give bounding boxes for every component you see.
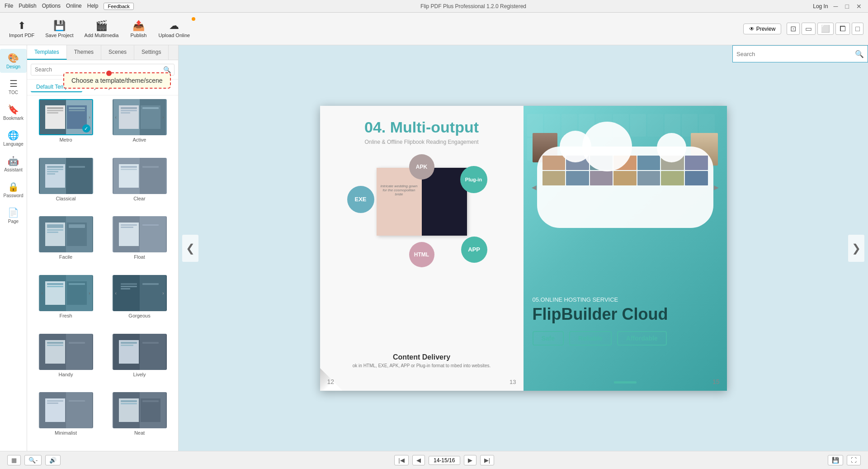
template-thumb-classical[interactable] <box>39 158 93 194</box>
page-input[interactable] <box>429 456 460 465</box>
import-pdf-label: Import PDF <box>9 33 34 38</box>
main-layout: 🎨 Design ☰ TOC 🔖 Bookmark 🌐 Language 🤖 A… <box>0 45 868 451</box>
template-thumb-lively[interactable] <box>113 334 167 370</box>
view-single-button[interactable]: ▭ <box>802 23 816 35</box>
template-thumb-metro[interactable]: ✓ ‹ › <box>39 99 93 135</box>
template-thumb-clear[interactable] <box>113 158 167 194</box>
page-num-right: 15 <box>712 378 720 385</box>
template-thumb-handy[interactable] <box>39 334 93 370</box>
go-first-button[interactable]: |◀ <box>394 455 408 465</box>
preview-button[interactable]: 👁 Preview <box>743 24 782 34</box>
template-name-active: Active <box>133 137 146 142</box>
template-thumb-active[interactable]: ‹ › <box>113 99 167 135</box>
save-project-label: Save Project <box>45 33 73 38</box>
book-inner-caption: Intricate wedding gown for the cosmopoli… <box>377 181 422 199</box>
tab-settings[interactable]: Settings <box>134 45 169 60</box>
right-search-bar: 🔍 <box>732 45 868 62</box>
zoom-out-button[interactable]: 🔍- <box>24 455 42 465</box>
add-multimedia-button[interactable]: 🎬 Add Multimedia <box>80 18 123 40</box>
template-name-clear: Clear <box>133 196 145 201</box>
template-thumb-minimalist[interactable] <box>39 392 93 428</box>
nav-bookmark[interactable]: 🔖 Bookmark <box>0 100 27 124</box>
search-icon[interactable]: 🔍 <box>855 50 864 58</box>
nav-password[interactable]: 🔒 Password <box>0 178 27 202</box>
save-status-button[interactable]: 💾 <box>828 455 843 465</box>
password-icon: 🔒 <box>8 181 19 192</box>
grid-view-button[interactable]: ▦ <box>7 455 21 465</box>
nav-language[interactable]: 🌐 Language <box>0 126 27 150</box>
template-classical[interactable]: Classical <box>31 158 101 213</box>
template-handy[interactable]: Handy <box>31 334 101 389</box>
menu-online[interactable]: Online <box>66 3 82 10</box>
import-pdf-button[interactable]: ⬆ Import PDF <box>5 18 39 40</box>
template-facile[interactable]: Facile <box>31 216 101 271</box>
close-button[interactable]: ✕ <box>854 3 863 10</box>
main-content: 🔍 ❮ ❯ 04. Multi-output Online & Offline … <box>179 45 868 451</box>
volume-button[interactable]: 🔊 <box>45 455 61 465</box>
template-name-lively: Lively <box>133 372 146 377</box>
template-thumb-facile[interactable] <box>39 216 93 252</box>
cloud-left-arrow: ◀ <box>532 184 537 191</box>
nav-design-label: Design <box>6 64 20 69</box>
menu-file[interactable]: File <box>5 3 13 10</box>
menu-options[interactable]: Options <box>42 3 61 10</box>
view-double-button[interactable]: ⧠ <box>835 23 850 35</box>
import-pdf-icon: ⬆ <box>18 20 26 32</box>
view-spread-button[interactable]: ⊡ <box>787 23 800 35</box>
preview-icon: 👁 <box>749 26 755 32</box>
go-prev-button[interactable]: ◀ <box>412 455 425 465</box>
template-float[interactable]: Float <box>104 216 175 271</box>
search-input[interactable] <box>736 51 855 57</box>
menu-help[interactable]: Help <box>87 3 99 10</box>
nav-page[interactable]: 📄 Page <box>0 204 27 227</box>
template-name-float: Float <box>134 254 145 260</box>
view-full-button[interactable]: □ <box>852 23 863 35</box>
template-lively[interactable]: Lively <box>104 334 175 389</box>
tab-templates[interactable]: Templates <box>27 45 67 60</box>
publish-button[interactable]: 📤 Publish <box>125 18 152 40</box>
panel-tabs: Templates Themes Scenes Settings <box>27 45 178 60</box>
restore-button[interactable]: □ <box>844 3 851 10</box>
template-clear[interactable]: Clear <box>104 158 175 213</box>
feedback-button[interactable]: Feedback <box>104 3 133 10</box>
template-minimalist[interactable]: Minimalist <box>31 392 101 447</box>
template-metro[interactable]: ✓ ‹ › Metro <box>31 99 101 154</box>
menu-bar: File Publish Options Online Help Feedbac… <box>5 3 134 10</box>
status-bar: ▦ 🔍- 🔊 |◀ ◀ ▶ ▶| 💾 ⛶ <box>0 451 868 469</box>
apk-circle: APK <box>409 154 434 180</box>
hosting-section: 05.ONLINE HOSTING SERVICE FlipBuilder Cl… <box>533 296 718 346</box>
plugin-circle: Plug-in <box>460 166 487 193</box>
nav-assistant[interactable]: 🤖 Assistant <box>0 152 27 176</box>
nav-toc[interactable]: ☰ TOC <box>0 75 27 99</box>
template-gorgeous[interactable]: ‹ › Gorgeous <box>104 275 175 330</box>
upload-online-label: Upload Online <box>158 33 190 38</box>
go-next-button[interactable]: ▶ <box>464 455 476 465</box>
page-num-13: 13 <box>509 379 516 385</box>
template-fresh[interactable]: ‹ › Fresh <box>31 275 101 330</box>
fullscreen-button[interactable]: ⛶ <box>847 455 861 465</box>
template-thumb-gorgeous[interactable]: ‹ › <box>113 275 167 311</box>
upload-online-button[interactable]: ☁ Upload Online <box>154 18 194 40</box>
login-button[interactable]: Log In <box>813 3 828 9</box>
template-name-metro: Metro <box>59 137 72 142</box>
book-left-subtitle: Online & Offline Flipbook Reading Engage… <box>320 139 524 145</box>
save-project-button[interactable]: 💾 Save Project <box>41 18 78 40</box>
go-last-button[interactable]: ▶| <box>480 455 494 465</box>
template-thumb-float[interactable] <box>113 216 167 252</box>
hosting-title-big: FlipBuilder Cloud <box>533 305 718 324</box>
view-wide-button[interactable]: ⬜ <box>817 23 834 35</box>
template-neat[interactable]: Neat <box>104 392 175 447</box>
menu-publish[interactable]: Publish <box>19 3 36 10</box>
tab-scenes[interactable]: Scenes <box>101 45 134 60</box>
exe-circle: EXE <box>347 186 374 213</box>
tab-themes[interactable]: Themes <box>67 45 101 60</box>
template-thumb-neat[interactable] <box>113 392 167 428</box>
template-thumb-fresh[interactable]: ‹ › <box>39 275 93 311</box>
nav-next-button[interactable]: ❯ <box>848 235 864 262</box>
nav-design[interactable]: 🎨 Design <box>0 49 27 73</box>
template-active[interactable]: ‹ › Active <box>104 99 175 154</box>
minimize-button[interactable]: ─ <box>832 3 840 10</box>
toc-icon: ☰ <box>9 78 18 89</box>
left-page-header: 04. Multi-output Online & Offline Flipbo… <box>320 106 524 145</box>
nav-prev-button[interactable]: ❮ <box>182 235 198 262</box>
